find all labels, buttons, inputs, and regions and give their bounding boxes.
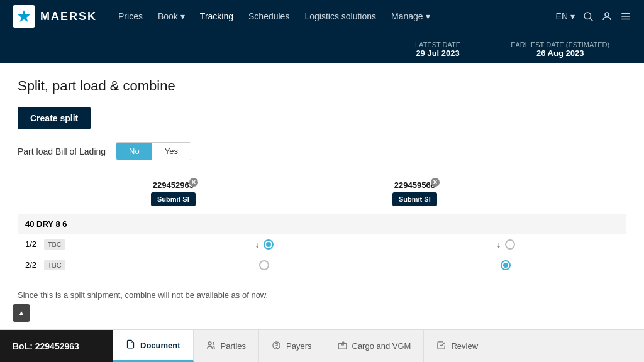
booking-col-2: ✕ 229459568 Submit SI (385, 175, 626, 214)
tab-parties-label: Parties (221, 341, 246, 351)
row-seq-2: 2/2 TBC (18, 255, 143, 276)
create-split-button[interactable]: Create split (18, 107, 91, 129)
cargo-icon (338, 341, 347, 352)
radio-cell-2-1 (143, 255, 385, 276)
scroll-up-button[interactable]: ▲ (13, 304, 30, 322)
bottom-tabs: Document Parties Payers Cargo and VGM Re… (113, 330, 644, 362)
tab-review-label: Review (451, 341, 478, 351)
radio-cell-2-2 (385, 255, 626, 276)
document-icon (126, 339, 135, 351)
submit-si-1[interactable]: Submit SI (151, 192, 196, 206)
svg-point-7 (208, 341, 211, 344)
tab-cargo[interactable]: Cargo and VGM (325, 330, 425, 362)
tab-parties[interactable]: Parties (194, 330, 259, 362)
tbc-badge-2: TBC (44, 260, 65, 270)
radio-2-2[interactable] (501, 260, 511, 270)
search-button[interactable] (582, 11, 594, 22)
arrow-down-icon-2: ↓ (497, 239, 501, 250)
lang-chevron-icon: ▾ (570, 11, 575, 21)
tab-review[interactable]: Review (424, 330, 491, 362)
tab-payers[interactable]: Payers (259, 330, 325, 362)
table-row: 1/2 TBC ↓ ↓ (18, 234, 626, 255)
close-booking-2[interactable]: ✕ (431, 178, 440, 187)
toggle-yes[interactable]: Yes (152, 143, 191, 160)
manage-chevron-icon: ▾ (426, 11, 430, 21)
logo-text: MAERSK (40, 10, 97, 23)
navbar: MAERSK Prices Book ▾ Tracking Schedules … (0, 0, 644, 33)
table-row: 2/2 TBC (18, 255, 626, 276)
svg-line-2 (590, 18, 592, 21)
radio-2-1[interactable] (259, 260, 269, 270)
tab-document-label: Document (140, 341, 180, 350)
toggle-no[interactable]: No (116, 143, 152, 160)
submit-si-2[interactable]: Submit SI (392, 192, 437, 206)
arrow-down-icon-1: ↓ (255, 239, 260, 250)
radio-1-2[interactable] (505, 239, 515, 250)
menu-button[interactable] (620, 11, 631, 22)
bill-of-lading-row: Part load Bill of Lading No Yes (18, 142, 626, 160)
review-icon (436, 341, 446, 352)
split-table: ✕ 229452963 Submit SI ✕ 229459568 Submit… (18, 175, 626, 275)
nav-logistics[interactable]: Logistics solutions (298, 8, 382, 25)
tab-payers-label: Payers (286, 341, 311, 351)
main-content: Split, part load & combine Create split … (0, 63, 644, 329)
bol-label: BoL: 229452963 (0, 330, 113, 362)
dates-strip: LATEST DATE 29 Jul 2023 EARLIEST DATE (E… (0, 33, 644, 63)
tbc-badge-1: TBC (44, 239, 65, 250)
radio-cell-1-1: ↓ (143, 234, 385, 255)
hamburger-icon (620, 11, 631, 22)
nav-manage[interactable]: Manage ▾ (385, 8, 436, 25)
radio-cell-1-2: ↓ (385, 234, 626, 255)
nav-tracking[interactable]: Tracking (194, 8, 240, 25)
page-title: Split, part load & combine (18, 78, 626, 94)
earliest-date: EARLIEST DATE (ESTIMATED) 26 Aug 2023 (511, 41, 609, 58)
language-selector[interactable]: EN ▾ (556, 11, 575, 21)
logo-star (13, 5, 35, 28)
bill-of-lading-label: Part load Bill of Lading (18, 146, 106, 156)
booking-col-1: ✕ 229452963 Submit SI (143, 175, 385, 214)
container-type: 40 DRY 8 6 (18, 214, 626, 234)
parties-icon (206, 341, 216, 352)
svg-point-1 (584, 13, 591, 19)
search-icon (582, 11, 594, 22)
payers-icon (272, 341, 281, 352)
nav-schedules[interactable]: Schedules (242, 8, 296, 25)
chevron-up-icon: ▲ (18, 309, 25, 317)
nav-prices[interactable]: Prices (112, 8, 149, 25)
account-button[interactable] (601, 11, 613, 22)
nav-links: Prices Book ▾ Tracking Schedules Logisti… (112, 8, 556, 25)
logo[interactable]: MAERSK (13, 5, 97, 28)
nav-book[interactable]: Book ▾ (152, 8, 191, 25)
nav-right: EN ▾ (556, 11, 631, 22)
toggle-group: No Yes (116, 142, 191, 160)
info-message: Since this is a split shipment, combine … (18, 290, 626, 300)
container-type-row: 40 DRY 8 6 (18, 214, 626, 234)
book-chevron-icon: ▾ (180, 11, 185, 21)
bottom-bar: BoL: 229452963 Document Parties Payers C… (0, 329, 644, 362)
svg-rect-9 (338, 343, 347, 349)
latest-date: LATEST DATE 29 Jul 2023 (415, 41, 460, 58)
row-seq-1: 1/2 TBC (18, 234, 143, 255)
maersk-star-icon (16, 9, 31, 24)
tab-document[interactable]: Document (113, 330, 194, 362)
svg-marker-0 (18, 10, 30, 22)
close-booking-1[interactable]: ✕ (189, 178, 198, 187)
svg-point-3 (605, 13, 609, 16)
tab-cargo-label: Cargo and VGM (352, 341, 411, 351)
radio-1-1[interactable] (264, 239, 274, 250)
account-icon (601, 11, 613, 22)
